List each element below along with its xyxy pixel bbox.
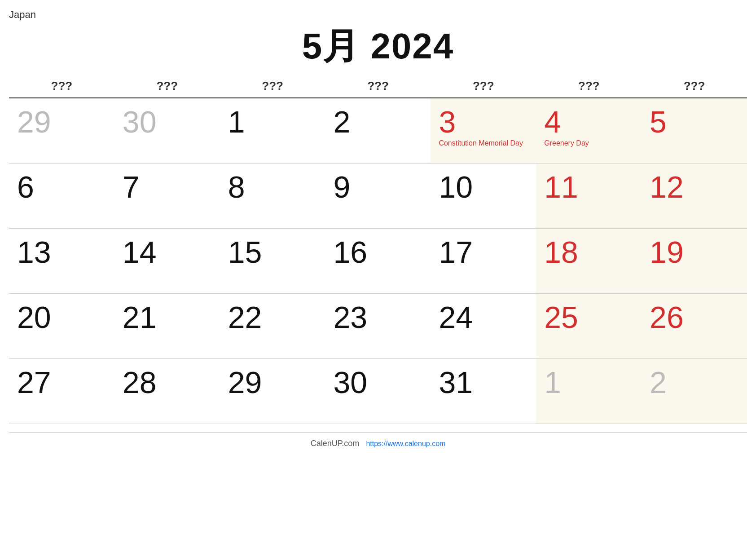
day-number: 2 (334, 106, 423, 137)
day-number: 30 (123, 106, 212, 137)
day-number: 16 (334, 237, 423, 267)
calendar-cell-w4-d2: 29 (220, 358, 325, 424)
calendar-cell-w0-d2: 1 (220, 98, 325, 163)
day-number: 8 (228, 172, 317, 202)
day-number: 11 (544, 172, 633, 202)
calendar-cell-w4-d4: 31 (431, 358, 536, 424)
day-number: 26 (650, 302, 739, 332)
day-number: 24 (439, 302, 528, 332)
calendar-cell-w2-d0: 13 (9, 228, 114, 293)
day-number: 15 (228, 237, 317, 267)
calendar-page: Japan 5月 2024 ????????????????????? 2930… (0, 0, 756, 535)
calendar-cell-w2-d3: 16 (325, 228, 431, 293)
day-number: 28 (123, 367, 212, 398)
calendar-cell-w2-d5: 18 (536, 228, 642, 293)
calendar-cell-w1-d2: 8 (220, 163, 325, 228)
day-number: 29 (228, 367, 317, 398)
locale-label: Japan (9, 9, 747, 21)
footer: CalenUP.com https://www.calenup.com (9, 432, 747, 448)
day-number: 14 (123, 237, 212, 267)
day-number: 13 (17, 237, 106, 267)
day-number: 21 (123, 302, 212, 332)
calendar-cell-w3-d4: 24 (431, 293, 536, 358)
day-number: 18 (544, 237, 633, 267)
weekday-header-1: ??? (114, 75, 220, 98)
calendar-cell-w2-d1: 14 (114, 228, 220, 293)
calendar-cell-w4-d1: 28 (114, 358, 220, 424)
calendar-cell-w4-d6: 2 (642, 358, 747, 424)
day-number: 2 (650, 367, 739, 398)
calendar-cell-w0-d6: 5 (642, 98, 747, 163)
day-number: 25 (544, 302, 633, 332)
day-number: 23 (334, 302, 423, 332)
calendar-cell-w0-d3: 2 (325, 98, 431, 163)
calendar-cell-w4-d5: 1 (536, 358, 642, 424)
day-number: 19 (650, 237, 739, 267)
day-number: 6 (17, 172, 106, 202)
calendar-cell-w1-d5: 11 (536, 163, 642, 228)
calendar-cell-w3-d1: 21 (114, 293, 220, 358)
calendar-table: ????????????????????? 2930123Constitutio… (9, 75, 747, 424)
day-number: 5 (650, 106, 739, 137)
calendar-cell-w1-d0: 6 (9, 163, 114, 228)
month-title: 5月 2024 (9, 22, 747, 71)
day-number: 20 (17, 302, 106, 332)
calendar-cell-w2-d2: 15 (220, 228, 325, 293)
day-number: 4 (544, 106, 633, 137)
weekday-header-5: ??? (536, 75, 642, 98)
day-number: 12 (650, 172, 739, 202)
calendar-cell-w1-d1: 7 (114, 163, 220, 228)
calendar-cell-w3-d2: 22 (220, 293, 325, 358)
calendar-cell-w1-d6: 12 (642, 163, 747, 228)
calendar-cell-w3-d3: 23 (325, 293, 431, 358)
calendar-cell-w2-d4: 17 (431, 228, 536, 293)
weekday-header-4: ??? (431, 75, 536, 98)
day-number: 1 (544, 367, 633, 398)
weekday-header-0: ??? (9, 75, 114, 98)
weekday-header-6: ??? (642, 75, 747, 98)
calendar-cell-w2-d6: 19 (642, 228, 747, 293)
calendar-cell-w3-d6: 26 (642, 293, 747, 358)
website-link[interactable]: https://www.calenup.com (366, 440, 445, 447)
calendar-cell-w0-d0: 29 (9, 98, 114, 163)
day-number: 9 (334, 172, 423, 202)
day-number: 10 (439, 172, 528, 202)
day-number: 22 (228, 302, 317, 332)
day-number: 31 (439, 367, 528, 398)
weekday-header-2: ??? (220, 75, 325, 98)
brand-name: CalenUP.com (311, 439, 360, 448)
weekday-header-3: ??? (325, 75, 431, 98)
calendar-cell-w4-d0: 27 (9, 358, 114, 424)
calendar-cell-w0-d4: 3Constitution Memorial Day (431, 98, 536, 163)
day-number: 29 (17, 106, 106, 137)
calendar-cell-w1-d3: 9 (325, 163, 431, 228)
calendar-cell-w3-d5: 25 (536, 293, 642, 358)
calendar-cell-w3-d0: 20 (9, 293, 114, 358)
calendar-cell-w4-d3: 30 (325, 358, 431, 424)
day-number: 3 (439, 106, 528, 137)
calendar-cell-w0-d5: 4Greenery Day (536, 98, 642, 163)
day-number: 7 (123, 172, 212, 202)
holiday-label: Greenery Day (544, 139, 633, 147)
calendar-cell-w0-d1: 30 (114, 98, 220, 163)
day-number: 30 (334, 367, 423, 398)
day-number: 17 (439, 237, 528, 267)
day-number: 1 (228, 106, 317, 137)
day-number: 27 (17, 367, 106, 398)
holiday-label: Constitution Memorial Day (439, 139, 528, 147)
calendar-cell-w1-d4: 10 (431, 163, 536, 228)
